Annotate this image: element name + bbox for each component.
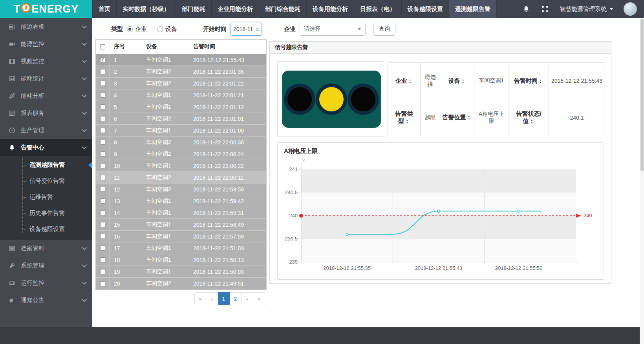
- page-button-1[interactable]: 1: [218, 292, 230, 305]
- topnav-item[interactable]: 日报表（电）: [354, 0, 402, 18]
- row-alarm-time: 2018-11-22 22:00:36: [189, 137, 266, 148]
- type-radio-device[interactable]: 设备: [157, 25, 177, 33]
- radio-icon[interactable]: [127, 26, 133, 32]
- row-device: 车间空调1: [142, 266, 189, 277]
- sidebar-item-video-monitoring[interactable]: 视频监控: [0, 53, 92, 70]
- table-row[interactable]: 19 车间空调1 2018-11-22 21:50:03: [96, 266, 266, 278]
- query-button[interactable]: 查询: [373, 23, 395, 36]
- table-row[interactable]: 3 车间空调2 2018-11-22 22:01:22: [96, 78, 266, 89]
- row-checkbox[interactable]: [100, 246, 105, 251]
- table-row[interactable]: 18 车间空调1 2018-11-22 21:50:13: [96, 254, 266, 266]
- system-name-dropdown[interactable]: 智慧能源管理系统: [560, 5, 613, 13]
- row-checkbox[interactable]: [100, 57, 105, 62]
- start-time-input-wrap[interactable]: [231, 23, 262, 36]
- table-row[interactable]: 10 车间空调1 2018-11-22 22:00:22: [96, 160, 266, 172]
- topnav-item[interactable]: 部门能耗: [176, 0, 212, 18]
- table-row[interactable]: 14 车间空调1 2018-11-22 21:59:31: [96, 207, 266, 219]
- table-row[interactable]: 6 车间空调2 2018-11-22 22:01:01: [96, 113, 266, 125]
- table-row[interactable]: 16 车间空调1 2018-11-22 21:57:59: [96, 231, 266, 242]
- row-number: 16: [110, 231, 142, 242]
- row-checkbox[interactable]: [100, 116, 105, 121]
- topnav-item[interactable]: 设备用能分析: [307, 0, 354, 18]
- table-row[interactable]: 15 车间空调1 2018-11-22 21:58:49: [96, 219, 266, 231]
- notifications-bell-icon[interactable]: [522, 5, 531, 13]
- page-button-‹[interactable]: ‹: [206, 292, 218, 305]
- topnav-item[interactable]: 实时数据（秒级）: [117, 0, 176, 18]
- row-checkbox[interactable]: [100, 222, 105, 227]
- table-row[interactable]: 13 车间空调1 2018-11-22 21:59:42: [96, 195, 266, 207]
- table-row[interactable]: 12 车间空调2 2018-11-22 21:59:58: [96, 184, 266, 195]
- alarm-type-value: 越限: [421, 99, 440, 136]
- row-checkbox[interactable]: [100, 163, 105, 168]
- row-alarm-time: 2018-11-22 22:01:01: [189, 113, 266, 124]
- row-device: 车间空调1: [142, 125, 189, 136]
- sidebar-item-energy-dashboard[interactable]: 能源看板: [0, 18, 92, 35]
- submenu-item-history-event-alarm[interactable]: 历史事件告警: [0, 205, 92, 221]
- sidebar-item-archives[interactable]: 档案资料: [0, 240, 92, 257]
- table-row[interactable]: 20 车间空调2 2018-11-22 21:49:51: [96, 278, 266, 289]
- radio-icon[interactable]: [157, 26, 163, 32]
- row-checkbox[interactable]: [100, 93, 105, 98]
- enterprise-select[interactable]: 请选择: [300, 23, 366, 36]
- table-row[interactable]: 9 车间空调2 2018-11-22 22:00:24: [96, 148, 266, 160]
- table-row[interactable]: 11 车间空调2 2018-11-22 22:00:11: [96, 172, 266, 184]
- table-row[interactable]: 8 车间空调2 2018-11-22 22:00:36: [96, 137, 266, 148]
- page-button-›[interactable]: ›: [242, 292, 253, 305]
- row-checkbox[interactable]: [100, 81, 105, 86]
- calendar-icon[interactable]: [256, 26, 259, 32]
- select-all-checkbox[interactable]: [100, 44, 105, 49]
- submenu-item-ops-alarm[interactable]: 运维告警: [0, 189, 92, 205]
- svg-text:V: V: [302, 158, 306, 163]
- enterprise-group: 企业 请选择: [284, 23, 366, 36]
- sidebar-item-energy-monitoring[interactable]: 能源监控: [0, 35, 92, 53]
- sidebar-item-alarm-center[interactable]: 告警中心: [0, 139, 92, 156]
- page-button-2[interactable]: 2: [230, 292, 242, 305]
- radio-label: 企业: [135, 25, 147, 33]
- page-button-»[interactable]: »: [253, 292, 265, 305]
- topnav-item[interactable]: 遥测越限告警: [449, 0, 497, 18]
- table-row[interactable]: 1 车间空调1 2018-12-12 21:55:43: [96, 54, 266, 66]
- row-checkbox[interactable]: [100, 269, 105, 274]
- row-checkbox[interactable]: [100, 198, 105, 204]
- topnav-item[interactable]: 企业用能分析: [212, 0, 259, 18]
- table-row[interactable]: 4 车间空调1 2018-11-22 22:01:21: [96, 89, 266, 101]
- row-checkbox[interactable]: [100, 175, 105, 180]
- row-checkbox[interactable]: [100, 140, 105, 145]
- row-checkbox[interactable]: [100, 187, 105, 192]
- topnav-item[interactable]: 首页: [92, 0, 117, 18]
- chevron-down-icon: [82, 297, 87, 302]
- sidebar-item-production-management[interactable]: 生产管理: [0, 122, 92, 139]
- row-checkbox[interactable]: [100, 104, 105, 109]
- row-checkbox[interactable]: [100, 257, 105, 262]
- vertical-scrollbar[interactable]: [640, 18, 644, 344]
- table-row[interactable]: 17 车间空调1 2018-11-22 21:51:03: [96, 242, 266, 254]
- submenu-item-signal-change-alarm[interactable]: 信号变位告警: [0, 173, 92, 189]
- start-time-input[interactable]: [233, 26, 254, 32]
- topnav-item[interactable]: 设备越限设置: [402, 0, 449, 18]
- type-radio-enterprise[interactable]: 企业: [127, 25, 147, 33]
- chevron-down-icon: [82, 262, 87, 268]
- row-checkbox[interactable]: [100, 281, 105, 286]
- row-checkbox[interactable]: [100, 234, 105, 239]
- table-row[interactable]: 2 车间空调2 2018-11-22 22:01:35: [96, 66, 266, 78]
- row-checkbox[interactable]: [100, 210, 105, 215]
- submenu-item-device-limit-setting[interactable]: 设备越限设置: [0, 221, 92, 237]
- sidebar-item-energy-analysis[interactable]: 能耗分析: [0, 87, 92, 104]
- sidebar-item-energy-statistics[interactable]: 能耗统计: [0, 70, 92, 87]
- page-button-«[interactable]: «: [194, 292, 206, 305]
- submenu-item-telemetry-limit-alarm[interactable]: 遥测越限告警: [0, 157, 92, 173]
- table-row[interactable]: 7 车间空调1 2018-11-22 22:01:00: [96, 125, 266, 137]
- sidebar-item-operation-monitoring[interactable]: 运行监控: [0, 274, 92, 291]
- sidebar-item-system-management[interactable]: 系统管理: [0, 257, 92, 274]
- row-checkbox[interactable]: [100, 69, 105, 74]
- scrollbar-thumb[interactable]: [640, 19, 644, 171]
- row-alarm-time: 2018-11-22 21:59:42: [189, 195, 266, 207]
- topnav-item[interactable]: 部门综合能耗: [259, 0, 307, 18]
- fullscreen-icon[interactable]: [541, 5, 549, 13]
- sidebar-item-report-service[interactable]: 报表服务: [0, 104, 92, 122]
- row-checkbox[interactable]: [100, 151, 105, 157]
- table-row[interactable]: 5 车间空调1 2018-11-22 22:01:12: [96, 101, 266, 113]
- user-avatar[interactable]: [624, 2, 637, 16]
- sidebar-item-notices[interactable]: 通知公告: [0, 291, 92, 309]
- row-checkbox[interactable]: [100, 128, 105, 133]
